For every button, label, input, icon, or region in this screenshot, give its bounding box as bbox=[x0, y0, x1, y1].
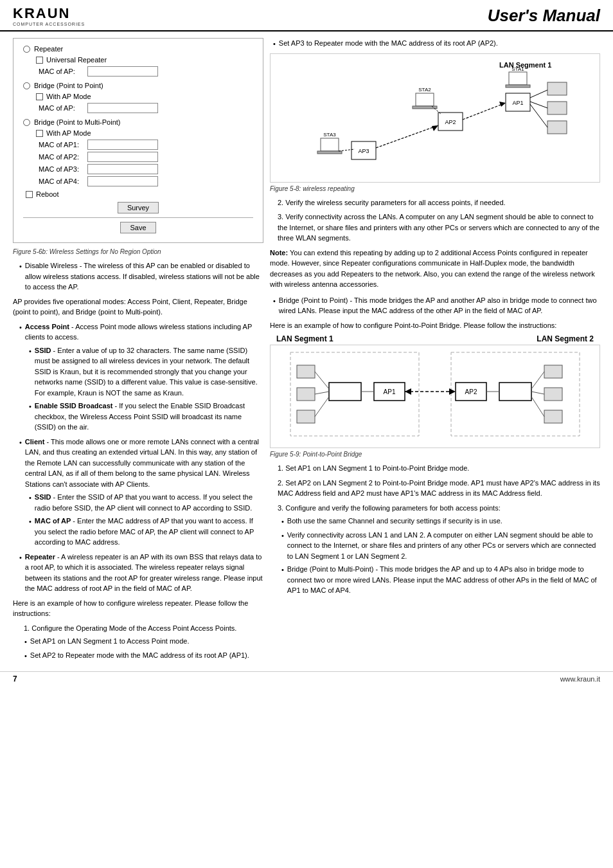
svg-rect-4 bbox=[547, 102, 567, 114]
mac-of-ap3-label: MAC of AP3: bbox=[39, 165, 82, 173]
mac-of-ap-label-p2p: MAC of AP: bbox=[39, 104, 82, 112]
bridge-p2mp-options: With AP Mode MAC of AP1: MAC of AP2: MAC… bbox=[23, 129, 253, 186]
svg-rect-8 bbox=[509, 72, 527, 85]
svg-line-51 bbox=[531, 397, 544, 417]
diagram-svg-repeating: LAN Segment 1 AP1 STA1 AP2 bbox=[274, 58, 596, 177]
client-section: • Client - This mode allows one or more … bbox=[13, 437, 263, 548]
svg-rect-29 bbox=[297, 365, 315, 378]
mac-of-ap-label-repeater: MAC of AP: bbox=[39, 68, 82, 75]
client-title: Client bbox=[25, 438, 45, 446]
bridge-p2p-section: Bridge (Point to Point) bbox=[23, 82, 253, 89]
repeater-label: Repeater bbox=[34, 45, 63, 53]
svg-text:STA2: STA2 bbox=[418, 87, 431, 93]
with-ap-mode-checkbox-p2p[interactable] bbox=[36, 93, 43, 100]
svg-rect-9 bbox=[506, 85, 530, 87]
page-title: User's Manual bbox=[488, 6, 600, 26]
svg-line-13 bbox=[463, 103, 506, 120]
svg-rect-44 bbox=[499, 383, 531, 401]
p2p-sub2: Verify connectivity across LAN 1 and LAN… bbox=[287, 530, 600, 562]
p2p-step2: Set AP2 on LAN Segment 2 to Point-to-Poi… bbox=[278, 479, 600, 498]
bridge-p2p-bullet: Bridge (Point to Point) - This mode brid… bbox=[279, 295, 600, 316]
wireless-settings-form: Repeater Universal Repeater MAC of AP: B… bbox=[13, 38, 263, 243]
svg-rect-15 bbox=[416, 93, 434, 106]
diagram-svg-p2p: AP1 AP2 bbox=[274, 349, 596, 442]
access-point-section: • Access Point - Access Point mode allow… bbox=[13, 321, 263, 433]
svg-text:STA1: STA1 bbox=[511, 66, 524, 72]
svg-marker-14 bbox=[499, 102, 506, 107]
repeater-example-text: Here is an example of how to configure w… bbox=[13, 598, 263, 619]
ssid-broadcast-title: Enable SSID Broadcast bbox=[35, 402, 113, 410]
main-content: Repeater Universal Repeater MAC of AP: B… bbox=[0, 38, 613, 665]
figure-5-9-caption: Figure 5-9: Point-to-Point Bridge bbox=[270, 451, 600, 458]
mac-of-ap3-input[interactable] bbox=[87, 164, 158, 174]
svg-rect-24 bbox=[317, 151, 342, 154]
logo-text: KRAUN bbox=[13, 5, 85, 22]
bridge-p2p-example: Here is an example of how to configure P… bbox=[270, 320, 600, 331]
ssid-ap-title: SSID bbox=[35, 493, 51, 501]
step1-label: 1. Configure the Operating Mode of the A… bbox=[24, 624, 236, 632]
svg-rect-6 bbox=[547, 121, 567, 134]
with-ap-mode-checkbox-p2mp[interactable] bbox=[36, 130, 43, 137]
bridge-p2p-label: Bridge (Point to Point) bbox=[34, 82, 103, 89]
mac-of-ap-input-repeater[interactable] bbox=[87, 66, 158, 77]
p2p-sub3: Bridge (Point to Multi-Point) - This mod… bbox=[287, 564, 600, 596]
svg-text:AP2: AP2 bbox=[445, 119, 456, 125]
svg-rect-30 bbox=[297, 388, 315, 401]
repeater-section: Repeater bbox=[23, 45, 253, 53]
disable-wireless-text: • Disable Wireless - The wireless of thi… bbox=[13, 260, 263, 293]
mac-of-ap1-input[interactable] bbox=[87, 140, 158, 150]
lan-seg1-diagram-label: LAN Segment 1 bbox=[499, 61, 551, 69]
repeater-section-text: • Repeater - A wireless repeater is an A… bbox=[13, 552, 263, 594]
footer-url: www.kraun.it bbox=[560, 675, 600, 683]
mac-of-ap-input-p2p[interactable] bbox=[87, 103, 158, 113]
universal-repeater-checkbox[interactable] bbox=[36, 57, 43, 64]
svg-rect-48 bbox=[544, 410, 562, 423]
note-title: Note: bbox=[270, 249, 288, 257]
svg-rect-2 bbox=[547, 82, 567, 95]
p2p-bridge-diagram: AP1 AP2 bbox=[270, 345, 600, 448]
survey-button[interactable]: Survey bbox=[118, 202, 159, 213]
svg-marker-22 bbox=[432, 125, 438, 131]
svg-rect-16 bbox=[413, 106, 437, 109]
mac-ap-title: MAC of AP bbox=[35, 517, 71, 525]
bridge-p2mp-label: Bridge (Point to Multi-Point) bbox=[34, 118, 121, 126]
footer-page-number: 7 bbox=[13, 674, 17, 683]
repeater-title: Repeater bbox=[25, 553, 55, 561]
svg-text:AP3: AP3 bbox=[358, 148, 369, 154]
figure-5-6b-caption: Figure 5-6b: Wireless Settings for No Re… bbox=[13, 248, 263, 255]
svg-rect-47 bbox=[544, 388, 562, 401]
universal-repeater-label: Universal Repeater bbox=[46, 56, 107, 64]
lan-segment-2-label: LAN Segment 2 bbox=[537, 334, 594, 343]
svg-line-33 bbox=[315, 372, 329, 389]
p2p-step1: Set AP1 on LAN Segment 1 to Point-to-Poi… bbox=[285, 464, 469, 472]
repeater-radio[interactable] bbox=[23, 46, 30, 53]
universal-repeater-row: Universal Repeater MAC of AP: bbox=[23, 56, 253, 77]
left-column: Repeater Universal Repeater MAC of AP: B… bbox=[13, 38, 263, 665]
wireless-repeating-diagram: LAN Segment 1 AP1 STA1 AP2 bbox=[270, 53, 600, 183]
lan-segment-1-label: LAN Segment 1 bbox=[276, 334, 333, 343]
svg-rect-46 bbox=[544, 365, 562, 378]
svg-marker-41 bbox=[405, 388, 411, 395]
mac-of-ap4-label: MAC of AP4: bbox=[39, 177, 82, 185]
svg-text:STA3: STA3 bbox=[323, 132, 336, 138]
page-header: KRAUN COMPUTER ACCESSORIES User's Manual bbox=[0, 0, 613, 32]
bridge-p2p-options: With AP Mode MAC of AP: bbox=[23, 93, 253, 113]
mac-of-ap2-input[interactable] bbox=[87, 152, 158, 162]
ap-modes-text: AP provides five operational modes: Acce… bbox=[13, 296, 263, 318]
reboot-label: Reboot bbox=[36, 190, 58, 198]
figure-5-8-caption: Figure 5-8: wireless repeating bbox=[270, 185, 600, 192]
svg-rect-32 bbox=[329, 383, 361, 401]
mac-of-ap4-input[interactable] bbox=[87, 176, 158, 186]
bullet-1: • bbox=[19, 261, 22, 293]
svg-line-5 bbox=[530, 102, 547, 108]
save-button[interactable]: Save bbox=[120, 222, 155, 233]
svg-line-34 bbox=[315, 392, 329, 394]
svg-line-49 bbox=[531, 372, 544, 389]
step2-text: Verify the wireless security parameters … bbox=[285, 199, 505, 206]
step1-text: 1. Configure the Operating Mode of the A… bbox=[13, 623, 263, 662]
svg-line-7 bbox=[530, 104, 547, 127]
bridge-p2p-radio[interactable] bbox=[23, 82, 30, 89]
svg-text:AP1: AP1 bbox=[512, 100, 523, 106]
bridge-p2mp-radio[interactable] bbox=[23, 119, 30, 126]
reboot-checkbox[interactable] bbox=[26, 191, 33, 198]
